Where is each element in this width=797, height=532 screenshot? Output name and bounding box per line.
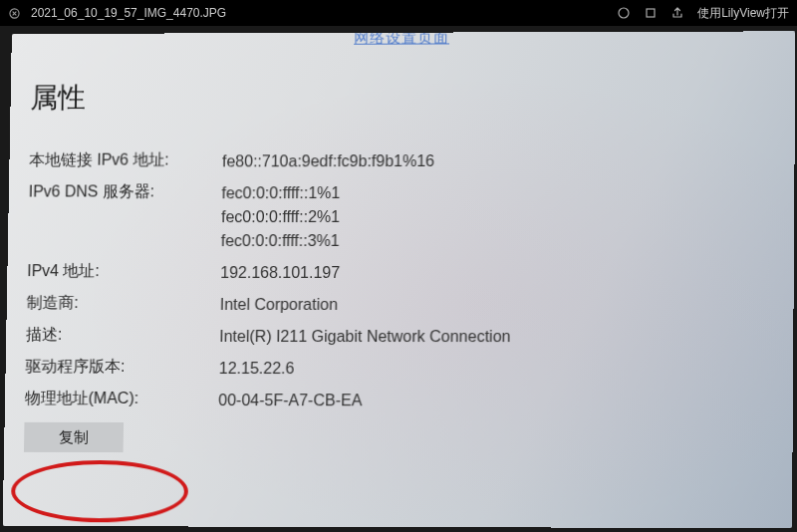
label-manufacturer: 制造商: [26, 293, 219, 314]
value-ipv6-local: fe80::710a:9edf:fc9b:f9b1%16 [222, 149, 434, 173]
value-ipv4: 192.168.101.197 [220, 261, 340, 285]
row-ipv6-local: 本地链接 IPv6 地址: fe80::710a:9edf:fc9b:f9b1%… [29, 148, 774, 173]
row-mac: 物理地址(MAC): 00-04-5F-A7-CB-EA [25, 389, 773, 413]
label-mac: 物理地址(MAC): [25, 389, 219, 409]
viewer-titlebar: 2021_06_10_19_57_IMG_4470.JPG 使用LilyView… [0, 0, 797, 26]
share-icon[interactable] [670, 7, 683, 20]
file-name: 2021_06_10_19_57_IMG_4470.JPG [31, 6, 226, 20]
svg-point-1 [619, 8, 629, 18]
screenshot-photo: 网络设置页面 属性 本地链接 IPv6 地址: fe80::710a:9edf:… [3, 31, 796, 528]
row-ipv6-dns: IPv6 DNS 服务器: fec0:0:0:ffff::1%1 fec0:0:… [28, 180, 775, 253]
value-description: Intel(R) I211 Gigabit Network Connection [219, 325, 511, 349]
open-with-label[interactable]: 使用LilyView打开 [697, 5, 789, 22]
window-icon[interactable] [644, 7, 657, 20]
svg-rect-2 [647, 9, 655, 17]
info-icon[interactable] [617, 7, 630, 20]
row-driver-version: 驱动程序版本: 12.15.22.6 [25, 357, 773, 382]
label-ipv6-dns: IPv6 DNS 服务器: [29, 181, 222, 202]
label-driver-version: 驱动程序版本: [25, 357, 219, 378]
value-manufacturer: Intel Corporation [220, 293, 339, 317]
row-manufacturer: 制造商: Intel Corporation [26, 293, 773, 317]
label-ipv6-local: 本地链接 IPv6 地址: [29, 149, 222, 170]
value-ipv6-dns: fec0:0:0:ffff::1%1 fec0:0:0:ffff::2%1 fe… [221, 181, 341, 253]
close-icon[interactable] [8, 7, 21, 20]
copy-button[interactable]: 复制 [24, 422, 124, 452]
cropped-link-text: 网络设置页面 [354, 31, 449, 47]
properties-panel: 属性 本地链接 IPv6 地址: fe80::710a:9edf:fc9b:f9… [24, 77, 775, 453]
label-description: 描述: [26, 325, 220, 346]
image-viewport: 网络设置页面 属性 本地链接 IPv6 地址: fe80::710a:9edf:… [0, 26, 797, 532]
annotation-circle [11, 460, 189, 523]
value-mac: 00-04-5F-A7-CB-EA [218, 389, 363, 412]
page-title: 属性 [30, 77, 775, 117]
row-ipv4: IPv4 地址: 192.168.101.197 [27, 261, 774, 285]
label-ipv4: IPv4 地址: [27, 261, 220, 282]
row-description: 描述: Intel(R) I211 Gigabit Network Connec… [26, 325, 773, 349]
value-driver-version: 12.15.22.6 [219, 357, 295, 381]
